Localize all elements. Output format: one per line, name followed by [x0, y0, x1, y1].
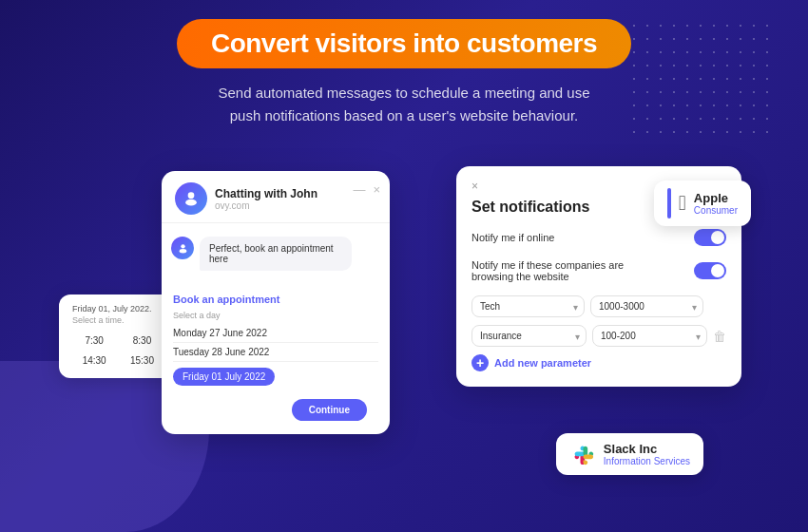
apple-name: Apple [694, 191, 738, 205]
time-slot-730[interactable]: 7:30 [72, 332, 116, 349]
booking-title: Book an appointment [173, 294, 378, 305]
company-badge-slack: Slack Inc Information Services [556, 433, 703, 475]
close-chat-icon[interactable]: × [373, 182, 380, 197]
time-slot-1430[interactable]: 14:30 [72, 352, 116, 369]
notif-row-online: Notify me if online [471, 229, 726, 246]
select-range-2[interactable]: 100-200 [592, 325, 707, 347]
notif-companies-label: Notify me if these companies are browsin… [471, 259, 643, 282]
trash-icon[interactable]: 🗑 [713, 329, 726, 344]
chat-header: Chatting with John ovy.com — × [162, 171, 390, 223]
bot-avatar [171, 237, 194, 259]
hero-section: Convert visitors into customers Send aut… [0, 19, 808, 127]
hero-title: Convert visitors into customers [211, 28, 597, 59]
company-badge-apple:  Apple Consumer [654, 180, 751, 226]
select-tech[interactable]: Tech [471, 295, 585, 317]
hero-badge: Convert visitors into customers [177, 19, 631, 68]
hero-subtitle: Send automated messages to schedule a me… [0, 82, 808, 127]
chat-body: Perfect, book an appointment here [162, 223, 390, 288]
continue-button[interactable]: Continue [292, 399, 367, 421]
select-day-label: Select a day [173, 311, 378, 320]
company-color-bar [667, 188, 671, 218]
toggle-online[interactable] [694, 229, 726, 246]
svg-point-2 [181, 244, 184, 248]
time-slot-830[interactable]: 8:30 [120, 332, 164, 349]
company-info-apple: Apple Consumer [694, 191, 738, 216]
day-option-monday[interactable]: Monday 27 June 2022 [173, 324, 378, 343]
booking-section: Book an appointment Select a day Monday … [162, 288, 390, 421]
minimize-icon[interactable]: — [353, 182, 365, 197]
chat-site: ovy.com [215, 200, 317, 211]
select-group-1: Tech 1000-3000 [471, 295, 726, 317]
chat-message-row: Perfect, book an appointment here [171, 237, 380, 271]
chat-widget: Chatting with John ovy.com — × Perfect, … [162, 171, 390, 434]
apple-type: Consumer [694, 205, 738, 216]
select-range-1[interactable]: 1000-3000 [590, 295, 703, 317]
apple-icon:  [679, 191, 686, 216]
chat-contact-name: Chatting with John [215, 187, 317, 200]
slack-icon [569, 441, 596, 467]
svg-point-1 [185, 200, 197, 206]
chat-header-info: Chatting with John ovy.com [215, 187, 317, 211]
notif-online-label: Notify me if online [471, 232, 554, 243]
toggle-companies[interactable] [694, 262, 726, 279]
time-slot-1530[interactable]: 15:30 [120, 352, 164, 369]
select-insurance[interactable]: Insurance [471, 325, 587, 347]
day-option-tuesday[interactable]: Tuesday 28 June 2022 [173, 343, 378, 362]
company-info-slack: Slack Inc Information Services [604, 442, 690, 466]
chat-avatar [175, 182, 207, 215]
slack-type: Information Services [604, 456, 690, 466]
chat-header-actions: — × [353, 182, 380, 197]
svg-point-3 [179, 249, 186, 253]
chat-bubble: Perfect, book an appointment here [200, 237, 352, 271]
select-group-2: Insurance 100-200 🗑 [471, 325, 726, 347]
plus-icon: + [471, 354, 489, 371]
slack-name: Slack Inc [604, 442, 690, 456]
add-param-button[interactable]: + Add new parameter [471, 354, 726, 371]
notif-row-companies: Notify me if these companies are browsin… [471, 259, 726, 282]
day-option-friday[interactable]: Friday 01 July 2022 [173, 368, 275, 386]
svg-point-0 [188, 192, 195, 199]
add-param-label: Add new parameter [494, 357, 591, 369]
